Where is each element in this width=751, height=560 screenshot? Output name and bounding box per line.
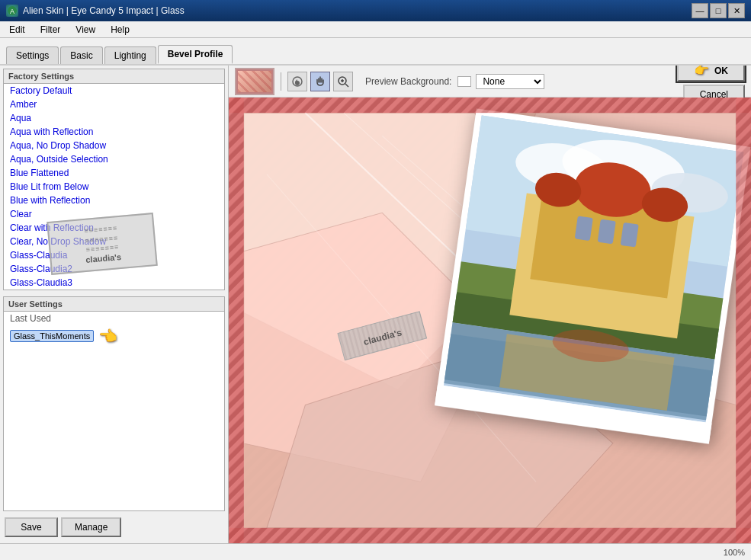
factory-settings-header: Factory Settings (4, 69, 224, 84)
window-title: Alien Skin | Eye Candy 5 Impact | Glass (23, 5, 185, 16)
list-item-glass-claudia3[interactable]: Glass-Claudia3 (4, 276, 224, 290)
content-area: Factory Settings Factory Default Amber A… (0, 66, 751, 543)
svg-text:A: A (10, 8, 14, 15)
preview-bg-label: Preview Background: (365, 76, 451, 87)
reset-tool-button[interactable] (287, 72, 307, 91)
zoom-level: 100% (724, 548, 745, 557)
toolbar-separator-1 (281, 72, 281, 91)
preview-area[interactable]: claudia's (229, 98, 751, 543)
minimize-button[interactable]: — (692, 3, 708, 18)
list-item-aqua-reflection[interactable]: Aqua with Reflection (4, 125, 224, 139)
hand-icon (314, 75, 326, 88)
list-item-blue-reflection[interactable]: Blue with Reflection (4, 194, 224, 207)
menu-view[interactable]: View (69, 23, 101, 37)
zoom-icon (337, 75, 349, 88)
title-bar-left: A Alien Skin | Eye Candy 5 Impact | Glas… (6, 5, 185, 17)
menu-filter[interactable]: Filter (34, 23, 67, 37)
maximize-button[interactable]: □ (710, 3, 727, 18)
list-item-blue-flattened[interactable]: Blue Flattened (4, 166, 224, 180)
svg-rect-46 (229, 98, 751, 113)
svg-line-4 (345, 84, 348, 87)
svg-rect-34 (598, 219, 616, 245)
title-controls: — □ ✕ (692, 3, 745, 18)
user-settings-section: User Settings Last Used Glass_ThisMoment… (3, 296, 225, 511)
list-item-factory-default[interactable]: Factory Default (4, 84, 224, 98)
left-panel: Factory Settings Factory Default Amber A… (0, 66, 229, 543)
list-item-amber[interactable]: Amber (4, 98, 224, 111)
list-item-aqua[interactable]: Aqua (4, 111, 224, 125)
preview-canvas-svg: claudia's (229, 98, 751, 543)
user-settings-header: User Settings (4, 297, 224, 312)
svg-rect-49 (736, 98, 751, 543)
last-used-label: Last Used (4, 312, 224, 325)
app-icon: A (6, 5, 18, 17)
svg-rect-33 (575, 216, 593, 241)
preview-bg-swatch[interactable] (457, 76, 471, 87)
button-row: Save Manage (3, 514, 225, 540)
zoom-tool-button[interactable] (333, 72, 353, 91)
title-bar: A Alien Skin | Eye Candy 5 Impact | Glas… (0, 0, 751, 21)
tab-lighting[interactable]: Lighting (104, 46, 156, 64)
tab-bevel-profile[interactable]: Bevel Profile (158, 45, 233, 64)
list-item-blue-lit[interactable]: Blue Lit from Below (4, 180, 224, 194)
user-item-glass-thismoments[interactable]: Glass_ThisMoments 👈 (4, 325, 224, 347)
right-panel: Preview Background: None 👉 OK Cancel (229, 66, 751, 543)
ok-label: OK (714, 66, 728, 76)
status-bar: 100% (0, 543, 751, 560)
preview-toolbar: Preview Background: None 👉 OK Cancel (229, 66, 751, 98)
reset-icon (291, 75, 303, 88)
arrow-pointer-icon: 👈 (98, 327, 117, 345)
tab-bar: Settings Basic Lighting Bevel Profile (0, 38, 751, 66)
svg-rect-35 (621, 222, 639, 248)
preview-bg-select[interactable]: None (476, 74, 544, 89)
watermark-overlay: ≡≡≡≡≡≡≡≡≡≡≡≡≡≡≡≡≡≡≡≡≡ claudia's (47, 213, 158, 275)
menu-bar: Edit Filter View Help (0, 21, 751, 38)
svg-rect-47 (229, 528, 751, 543)
hand-tool-button[interactable] (310, 72, 330, 91)
close-button[interactable]: ✕ (728, 3, 745, 18)
list-item-aqua-outside[interactable]: Aqua, Outside Selection (4, 152, 224, 166)
user-settings-list[interactable]: Last Used Glass_ThisMoments 👈 (4, 312, 224, 510)
user-item-name[interactable]: Glass_ThisMoments (10, 330, 94, 342)
menu-edit[interactable]: Edit (3, 23, 31, 37)
tab-basic[interactable]: Basic (60, 46, 102, 64)
manage-button[interactable]: Manage (61, 517, 121, 537)
menu-help[interactable]: Help (104, 23, 136, 37)
preview-thumbnail[interactable] (235, 68, 274, 95)
ok-button[interactable]: 👉 OK (677, 66, 745, 82)
ok-arrow-icon: 👉 (694, 66, 709, 77)
list-item-aqua-no-drop[interactable]: Aqua, No Drop Shadow (4, 139, 224, 152)
svg-rect-48 (229, 98, 244, 543)
main-window: Settings Basic Lighting Bevel Profile Fa… (0, 38, 751, 560)
tab-settings[interactable]: Settings (6, 46, 59, 64)
save-button[interactable]: Save (5, 517, 58, 537)
